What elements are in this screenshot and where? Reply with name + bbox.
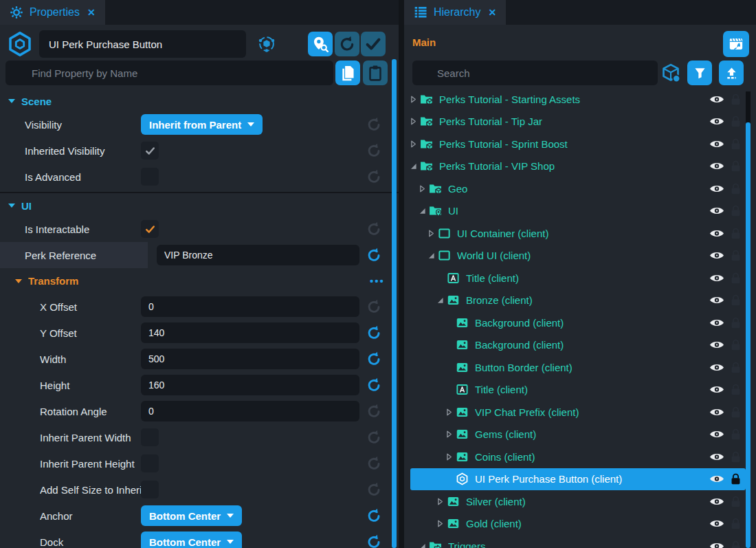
inherit-parent-height-checkbox[interactable] <box>141 454 159 472</box>
is-interactable-checkbox[interactable] <box>141 220 159 238</box>
eye-visibility-icon[interactable] <box>709 474 724 484</box>
expand-arrow-icon[interactable] <box>417 206 427 216</box>
eye-visibility-icon[interactable] <box>709 94 724 105</box>
tree-row-geo[interactable]: Geo <box>404 177 746 200</box>
lock-icon[interactable] <box>731 518 741 529</box>
lock-icon[interactable] <box>731 183 741 195</box>
lock-icon[interactable] <box>731 406 741 418</box>
lock-icon[interactable] <box>731 451 741 463</box>
copy-properties-button[interactable] <box>335 61 360 85</box>
lock-icon[interactable] <box>731 540 741 548</box>
eye-visibility-icon[interactable] <box>709 340 724 350</box>
eye-visibility-icon[interactable] <box>709 139 724 149</box>
eye-visibility-icon[interactable] <box>709 228 724 239</box>
width-input[interactable] <box>141 349 359 369</box>
lock-icon[interactable] <box>731 384 741 395</box>
eye-visibility-icon[interactable] <box>709 116 724 127</box>
locate-pin-search-button[interactable] <box>308 32 333 56</box>
collapse-triangle-icon[interactable] <box>8 204 15 208</box>
perk-reference-input[interactable] <box>157 245 359 265</box>
eye-visibility-icon[interactable] <box>709 295 724 305</box>
tree-row-world-ui-client[interactable]: World UI (client) <box>404 245 746 267</box>
tree-row-perks-tutorial-vip-shop[interactable]: Perks Tutorial - VIP Shop <box>404 155 746 178</box>
collapse-triangle-icon[interactable] <box>8 99 15 103</box>
tab-hierarchy-close-icon[interactable]: ✕ <box>488 7 496 18</box>
lock-icon[interactable] <box>731 116 741 127</box>
property-search-input[interactable] <box>5 61 333 85</box>
properties-scrollbar-thumb[interactable] <box>392 59 397 548</box>
lock-icon[interactable] <box>731 473 741 485</box>
reset-icon[interactable] <box>366 248 381 263</box>
tree-row-triggers[interactable]: Triggers <box>404 535 746 548</box>
inherited-visibility-checkbox[interactable] <box>141 142 159 160</box>
reset-icon[interactable] <box>366 508 381 523</box>
visibility-dropdown[interactable]: Inherit from Parent <box>141 114 263 135</box>
entity-name-input[interactable] <box>39 30 246 58</box>
expand-arrow-icon[interactable] <box>408 116 419 127</box>
lock-icon[interactable] <box>731 138 741 150</box>
tab-hierarchy[interactable]: Hierarchy ✕ <box>404 0 506 25</box>
tree-row-coins-client[interactable]: Coins (client) <box>404 446 746 468</box>
expand-arrow-icon[interactable] <box>435 518 445 529</box>
simulation-button[interactable] <box>723 31 749 57</box>
asset-cube-icon[interactable] <box>661 63 680 83</box>
eye-visibility-icon[interactable] <box>709 318 724 328</box>
is-advanced-checkbox[interactable] <box>141 168 159 186</box>
tree-row-title-client[interactable]: Title (client) <box>404 267 746 289</box>
lock-icon[interactable] <box>731 272 741 284</box>
eye-visibility-icon[interactable] <box>709 250 724 261</box>
lock-icon[interactable] <box>731 317 741 329</box>
expand-arrow-icon[interactable] <box>408 94 419 105</box>
tree-row-title-client[interactable]: Title (client) <box>404 379 746 402</box>
lock-icon[interactable] <box>731 362 741 373</box>
inherit-parent-width-checkbox[interactable] <box>141 428 159 446</box>
expand-arrow-icon[interactable] <box>417 184 427 194</box>
reset-icon[interactable] <box>366 325 381 340</box>
lock-icon[interactable] <box>731 205 741 217</box>
eye-visibility-icon[interactable] <box>709 496 724 507</box>
tree-row-ui-perk-purchase-button-client[interactable]: UI Perk Purchase Button (client) <box>410 468 746 491</box>
eye-visibility-icon[interactable] <box>709 518 724 529</box>
expand-arrow-icon[interactable] <box>444 407 454 417</box>
tree-row-bronze-client[interactable]: Bronze (client) <box>404 289 746 312</box>
hierarchy-search-input[interactable] <box>412 61 658 85</box>
transform-options-icon[interactable]: ••• <box>370 275 385 287</box>
eye-visibility-icon[interactable] <box>709 273 724 283</box>
expand-arrow-icon[interactable] <box>417 541 427 548</box>
tab-properties-close-icon[interactable]: ✕ <box>87 7 96 18</box>
eye-visibility-icon[interactable] <box>709 384 724 395</box>
tree-row-ui-container-client[interactable]: UI Container (client) <box>404 222 746 245</box>
tree-row-button-border-client[interactable]: Button Border (client) <box>404 356 746 379</box>
tree-row-background-client[interactable]: Background (client) <box>404 311 746 334</box>
hierarchy-scrollbar-thumb[interactable] <box>746 122 751 548</box>
lock-icon[interactable] <box>731 294 741 306</box>
tree-row-perks-tutorial-sprint-boost[interactable]: Perks Tutorial - Sprint Boost <box>404 133 746 155</box>
tree-row-silver-client[interactable]: Silver (client) <box>404 490 746 513</box>
tab-properties[interactable]: Properties ✕ <box>0 0 105 25</box>
reset-icon[interactable] <box>366 377 381 393</box>
lock-icon[interactable] <box>731 160 741 172</box>
reset-icon[interactable] <box>366 534 381 548</box>
expand-arrow-icon[interactable] <box>444 429 454 439</box>
confirm-button[interactable] <box>361 32 386 56</box>
expand-arrow-icon[interactable] <box>435 496 445 507</box>
collapse-triangle-icon[interactable] <box>15 279 22 283</box>
eye-visibility-icon[interactable] <box>709 407 724 417</box>
height-input[interactable] <box>141 375 359 395</box>
rotation-angle-input[interactable] <box>141 401 359 421</box>
expand-arrow-icon[interactable] <box>444 452 454 462</box>
eye-visibility-icon[interactable] <box>709 161 724 171</box>
lock-icon[interactable] <box>731 496 741 507</box>
eye-visibility-icon[interactable] <box>709 206 724 216</box>
tree-row-vip-chat-prefix-client[interactable]: VIP Chat Prefix (client) <box>404 401 746 424</box>
expand-arrow-icon[interactable] <box>435 295 445 305</box>
anchor-dropdown[interactable]: Bottom Center <box>141 505 242 526</box>
eye-visibility-icon[interactable] <box>709 452 724 462</box>
dock-dropdown[interactable]: Bottom Center <box>141 531 242 548</box>
lock-icon[interactable] <box>731 94 741 105</box>
eye-visibility-icon[interactable] <box>709 429 724 439</box>
tree-row-background-client[interactable]: Background (client) <box>404 334 746 357</box>
filter-button[interactable] <box>687 61 712 85</box>
lock-icon[interactable] <box>731 339 741 351</box>
eye-visibility-icon[interactable] <box>709 184 724 194</box>
